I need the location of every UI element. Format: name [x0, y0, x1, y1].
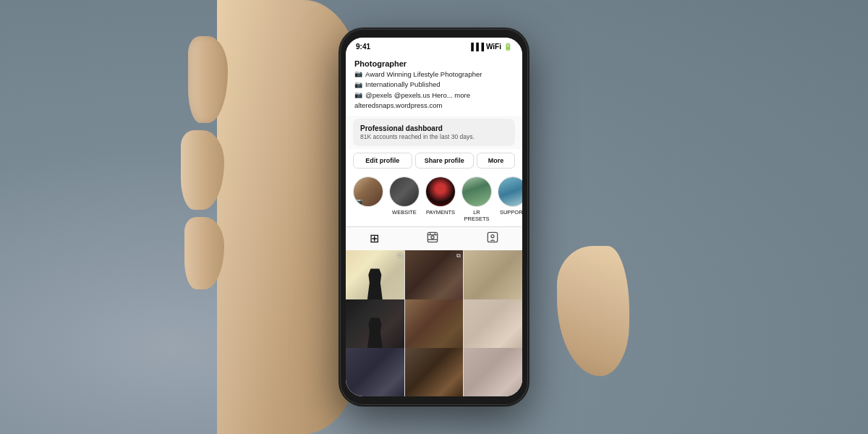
bio-text-3: @pexels @pexels.us Hero... more [365, 90, 470, 101]
highlight-label-3: LR PRESETS [461, 209, 492, 222]
dashboard-title: Professional dashboard [360, 124, 508, 132]
svg-point-1 [431, 236, 434, 239]
scene: 9:41 ▐▐▐ WiFi 🔋 Photographer 📷 Award Win… [0, 0, 868, 434]
svg-point-7 [491, 234, 494, 237]
camera-overlay-icon: 📷 [355, 198, 362, 205]
website-link[interactable]: alteredsnaps.wordpress.com [354, 101, 514, 110]
highlight-item-2[interactable]: PAYMENTS [425, 176, 456, 222]
grid-cell-7[interactable] [346, 348, 404, 396]
edit-profile-button[interactable]: Edit profile [353, 153, 412, 169]
highlight-item-1[interactable]: WEBSITE [389, 176, 420, 222]
tab-reels-icon[interactable] [427, 231, 438, 246]
highlight-img-2 [426, 177, 455, 206]
tab-bar: ⊞ [346, 226, 522, 250]
camera-icon-3: 📷 [354, 90, 362, 101]
status-bar: 9:41 ▐▐▐ WiFi 🔋 [346, 38, 522, 55]
action-buttons-row: Edit profile Share profile More [346, 149, 522, 172]
signal-icon: ▐▐▐ [469, 43, 484, 51]
highlight-label-2: PAYMENTS [426, 209, 455, 216]
highlight-circle-1[interactable] [389, 176, 420, 207]
grid-cell-8[interactable] [405, 348, 464, 396]
bio-line-1: 📷 Award Winning Lifestyle Photographer [354, 69, 514, 80]
bio-text-2: Internationally Published [365, 80, 441, 90]
highlight-circle-4[interactable] [498, 176, 522, 207]
camera-icon-1: 📷 [354, 69, 362, 80]
highlight-circle-3[interactable] [461, 176, 492, 207]
wifi-icon: WiFi [486, 43, 501, 51]
more-button[interactable]: More [477, 153, 515, 169]
tab-tagged-icon[interactable] [487, 231, 498, 246]
phone-screen: 9:41 ▐▐▐ WiFi 🔋 Photographer 📷 Award Win… [346, 38, 522, 396]
share-profile-button[interactable]: Share profile [415, 153, 475, 169]
highlight-item-4[interactable]: SUPPORT [498, 176, 522, 222]
highlight-item-3[interactable]: LR PRESETS [461, 176, 492, 222]
highlight-label-1: WEBSITE [392, 209, 417, 216]
multi-icon-2: ⧉ [456, 252, 461, 260]
highlight-img-0: 📷 [354, 177, 383, 206]
bio-section: Photographer 📷 Award Winning Lifestyle P… [346, 55, 522, 116]
tab-grid-icon[interactable]: ⊞ [370, 231, 379, 245]
phone: 9:41 ▐▐▐ WiFi 🔋 Photographer 📷 Award Win… [340, 29, 528, 405]
highlights-row: 📷 WEBSITE [346, 172, 522, 226]
bio-text-1: Award Winning Lifestyle Photographer [365, 69, 482, 80]
status-icons: ▐▐▐ WiFi 🔋 [469, 43, 512, 51]
highlight-item-0[interactable]: 📷 [353, 176, 383, 222]
bio-line-3: 📷 @pexels @pexels.us Hero... more [354, 90, 514, 101]
profile-title: Photographer [354, 59, 514, 68]
highlight-img-1 [390, 177, 419, 206]
bio-line-2: 📷 Internationally Published [354, 80, 514, 90]
camera-icon-2: 📷 [354, 80, 362, 90]
highlight-img-3 [462, 177, 491, 206]
highlight-img-4 [498, 177, 522, 206]
highlight-circle-0[interactable]: 📷 [353, 176, 383, 207]
hand-holding-phone: 9:41 ▐▐▐ WiFi 🔋 Photographer 📷 Award Win… [217, 0, 651, 434]
highlight-circle-2[interactable] [425, 176, 456, 207]
multi-icon-1: ⧉ [398, 252, 402, 260]
dashboard-card[interactable]: Professional dashboard 81K accounts reac… [353, 119, 515, 146]
svg-rect-0 [428, 232, 438, 242]
battery-icon: 🔋 [503, 43, 512, 51]
thumb-right [557, 246, 629, 376]
status-time: 9:41 [356, 43, 370, 51]
highlight-label-4: SUPPORT [500, 209, 522, 216]
photo-grid: ⧉ ⧉ [346, 250, 522, 396]
dashboard-subtitle: 81K accounts reached in the last 30 days… [360, 133, 508, 140]
grid-cell-9[interactable] [464, 348, 522, 396]
